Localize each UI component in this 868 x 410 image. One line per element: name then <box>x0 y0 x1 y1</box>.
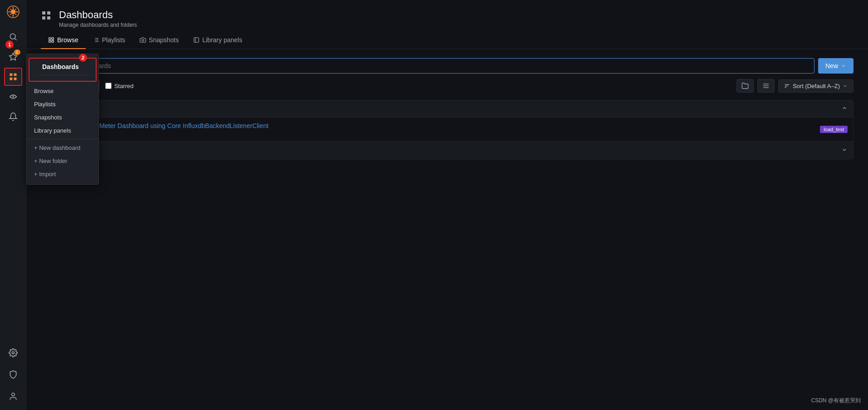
main-content: Dashboards Manage dashboards and folders… <box>26 0 868 410</box>
starred-label: Starred <box>114 83 134 89</box>
sidebar-settings[interactable] <box>4 344 22 362</box>
new-button-label: New <box>825 62 838 69</box>
grafana-logo[interactable] <box>7 5 20 20</box>
search-input[interactable] <box>41 58 814 74</box>
svg-point-8 <box>13 96 14 97</box>
dashboard-jmeter-folder: General <box>73 130 820 137</box>
dashboards-dropdown: Dashboards Browse Playlists Snapshots Li… <box>26 54 99 185</box>
svg-rect-18 <box>52 40 54 42</box>
dropdown-divider <box>27 139 98 139</box>
filter-right: Sort (Default A–Z) <box>736 79 853 93</box>
new-button[interactable]: New <box>818 58 853 74</box>
sidebar-shield[interactable] <box>4 366 22 384</box>
folder-general-name: General <box>69 105 841 113</box>
dropdown-browse[interactable]: Browse <box>27 84 98 98</box>
tab-browse[interactable]: Browse <box>41 32 86 49</box>
svg-rect-13 <box>42 16 45 20</box>
folder-test-name: 测试 <box>69 146 841 154</box>
tab-snapshots[interactable]: Snapshots <box>132 32 186 49</box>
svg-rect-15 <box>49 38 51 40</box>
search-input-wrapper <box>41 58 814 74</box>
starred-checkbox-input[interactable] <box>105 83 112 89</box>
svg-point-2 <box>10 34 15 39</box>
svg-rect-4 <box>10 74 12 76</box>
dashboards-icon <box>41 10 52 22</box>
svg-rect-16 <box>52 38 54 40</box>
dropdown-playlists[interactable]: Playlists <box>27 98 98 111</box>
tab-library-panels[interactable]: Library panels <box>186 32 249 49</box>
svg-rect-6 <box>10 78 12 80</box>
svg-rect-12 <box>47 11 50 15</box>
folder-general-chevron <box>841 105 848 113</box>
sidebar-explore[interactable] <box>4 88 22 106</box>
dashboard-jmeter-tag: load_test <box>820 126 848 133</box>
dropdown-library-panels[interactable]: Library panels <box>27 124 98 137</box>
dashboard-list: General Apache JMeter Dashboard using Co… <box>41 100 853 159</box>
sort-label: Sort (Default A–Z) <box>793 83 840 89</box>
dropdown-import[interactable]: + Import <box>27 168 98 181</box>
page-title: Dashboards <box>59 9 137 21</box>
sidebar-starred[interactable]: 1 <box>4 48 22 66</box>
browse-content: New Filter by tag Starred <box>26 49 868 410</box>
tab-playlists[interactable]: Playlists <box>86 32 132 49</box>
page-subtitle: Manage dashboards and folders <box>59 22 137 28</box>
svg-rect-11 <box>42 11 45 15</box>
folder-test[interactable]: 测试 <box>41 142 853 159</box>
tab-library-panels-label: Library panels <box>202 36 242 44</box>
arrow-label-2: 2 <box>79 54 87 62</box>
dashboard-jmeter-info: Apache JMeter Dashboard using Core Influ… <box>73 122 820 137</box>
view-list-button[interactable] <box>757 79 775 93</box>
dropdown-new-folder[interactable]: + New folder <box>27 154 98 168</box>
tab-snapshots-label: Snapshots <box>149 36 179 44</box>
dropdown-new-dashboard[interactable]: + New dashboard <box>27 141 98 154</box>
svg-rect-17 <box>49 40 51 42</box>
folder-test-chevron <box>841 147 848 154</box>
arrow-label-1: 1 <box>5 40 14 49</box>
svg-rect-5 <box>14 74 16 76</box>
page-title-group: Dashboards Manage dashboards and folders <box>59 9 137 28</box>
svg-point-9 <box>12 352 14 354</box>
watermark: CSDN @有被惹哭到 <box>811 397 861 405</box>
folder-general[interactable]: General <box>41 100 853 118</box>
dashboard-jmeter-title[interactable]: Apache JMeter Dashboard using Core Influ… <box>73 122 820 129</box>
svg-point-10 <box>11 393 15 396</box>
svg-rect-26 <box>194 38 199 43</box>
sidebar-dashboards[interactable] <box>4 68 22 86</box>
tabs: Browse Playlists Snapshots Library panel… <box>26 32 868 49</box>
page-header: Dashboards Manage dashboards and folders <box>26 0 868 28</box>
svg-rect-7 <box>14 78 16 80</box>
dashboard-jmeter[interactable]: Apache JMeter Dashboard using Core Influ… <box>41 118 853 142</box>
search-row: New <box>41 58 853 74</box>
svg-point-25 <box>142 39 144 41</box>
sort-button[interactable]: Sort (Default A–Z) <box>778 79 853 93</box>
starred-filter[interactable]: Starred <box>105 83 134 89</box>
svg-rect-14 <box>47 16 50 20</box>
sidebar-profile[interactable] <box>4 387 22 405</box>
dropdown-snapshots[interactable]: Snapshots <box>27 111 98 124</box>
sidebar: 1 <box>0 0 26 410</box>
tab-playlists-label: Playlists <box>102 36 125 44</box>
dropdown-title: Dashboards <box>35 60 90 75</box>
filter-row: Filter by tag Starred <box>41 79 853 93</box>
sidebar-alerting[interactable] <box>4 108 22 126</box>
view-folder-button[interactable] <box>736 79 754 93</box>
starred-badge: 1 <box>14 49 20 55</box>
tab-browse-label: Browse <box>57 36 78 44</box>
